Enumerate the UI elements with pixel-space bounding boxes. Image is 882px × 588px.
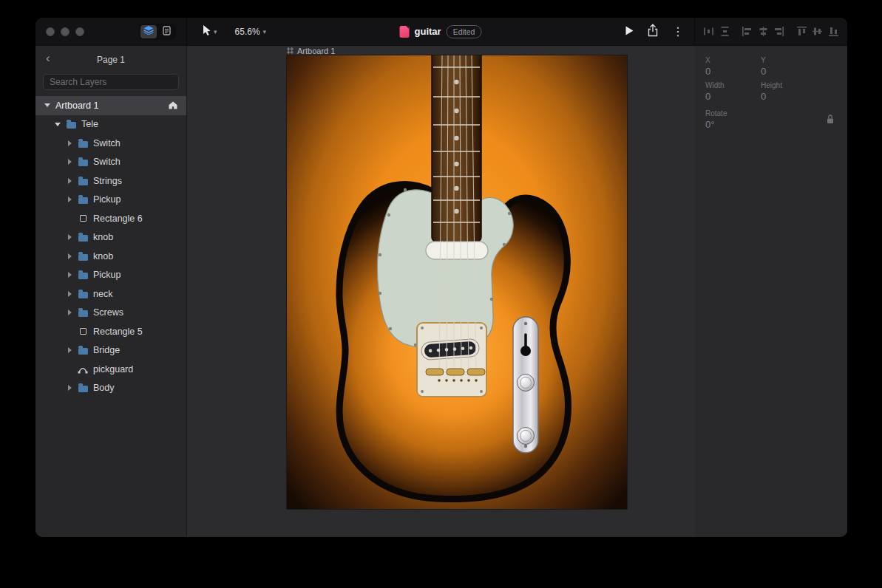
disclosure-open-icon[interactable] (55, 123, 61, 126)
window-zoom-button[interactable] (75, 27, 84, 36)
align-center-horizontal-icon[interactable] (756, 24, 770, 39)
align-right-icon[interactable] (773, 24, 786, 39)
folder-icon (78, 157, 88, 166)
layer-label: Bridge (93, 345, 120, 355)
window-controls (46, 27, 84, 36)
rotate-label: Rotate (705, 109, 837, 117)
desktop-background: ▾ 65.6% ▾ guitar Edited (0, 0, 882, 588)
layer-row[interactable]: pickguard (35, 360, 186, 379)
distribute-vertically-icon[interactable] (719, 24, 732, 39)
layer-row[interactable]: Strings (35, 171, 186, 191)
folder-icon (78, 139, 88, 148)
layer-label: Strings (93, 176, 122, 186)
app-body: ‹ Page 1 Artboard 1 (35, 46, 847, 537)
layer-label: Artboard 1 (55, 100, 98, 111)
height-label: Height (761, 81, 816, 89)
disclosure-closed-icon[interactable] (67, 159, 72, 165)
disclosure-closed-icon[interactable] (67, 347, 72, 353)
page-icon (163, 26, 171, 38)
titlebar-inspector-section (695, 18, 847, 45)
layer-row[interactable]: Screws (35, 304, 186, 323)
layers-panel-toggle[interactable] (140, 25, 157, 38)
cursor-icon (202, 24, 211, 39)
layer-row[interactable]: Body (35, 379, 186, 398)
app-window: ▾ 65.6% ▾ guitar Edited (35, 18, 847, 537)
folder-icon (78, 233, 88, 242)
folder-icon (78, 346, 88, 355)
layers-sidebar: ‹ Page 1 Artboard 1 (35, 46, 187, 537)
disclosure-closed-icon[interactable] (67, 253, 72, 259)
document-title[interactable]: guitar (415, 26, 441, 37)
folder-icon (78, 177, 88, 185)
layers-icon (143, 26, 154, 37)
artboard-label[interactable]: Artboard 1 (287, 47, 335, 55)
titlebar: ▾ 65.6% ▾ guitar Edited (35, 18, 847, 46)
disclosure-closed-icon[interactable] (67, 196, 72, 202)
layer-label: Body (93, 383, 115, 393)
zoom-control[interactable]: 65.6% ▾ (235, 27, 267, 37)
window-close-button[interactable] (46, 27, 55, 36)
layer-label: Screws (93, 307, 123, 318)
layer-row[interactable]: Tele (35, 115, 186, 134)
folder-icon (78, 290, 88, 298)
disclosure-closed-icon[interactable] (67, 310, 72, 315)
align-top-icon[interactable] (795, 24, 808, 39)
layer-label: Tele (81, 119, 98, 129)
layer-label: pickguard (93, 364, 133, 375)
disclosure-closed-icon[interactable] (67, 291, 72, 297)
y-value-field[interactable]: 0 (761, 66, 816, 77)
layer-label: knob (93, 232, 113, 242)
x-label: X (705, 56, 761, 64)
sidebar-panel-toggle (139, 24, 176, 40)
layer-label: Switch (93, 138, 121, 148)
disclosure-closed-icon[interactable] (67, 234, 72, 240)
layer-row[interactable]: neck (35, 284, 186, 304)
share-export-icon[interactable] (647, 24, 659, 40)
folder-icon (78, 252, 88, 261)
align-left-icon[interactable] (741, 24, 754, 39)
distribute-horizontally-icon[interactable] (702, 24, 716, 39)
pages-panel-toggle[interactable] (158, 25, 174, 38)
layer-row[interactable]: Rectangle 6 (35, 209, 186, 228)
preview-play-button[interactable] (625, 25, 634, 38)
layer-row[interactable]: Pickup (35, 266, 186, 285)
artboard-guitar[interactable] (287, 55, 627, 509)
disclosure-closed-icon[interactable] (67, 385, 72, 391)
disclosure-open-icon[interactable] (44, 103, 50, 107)
canvas[interactable]: Artboard 1 (187, 46, 695, 537)
rectangle-shape-icon (78, 328, 88, 335)
layer-label: Rectangle 5 (93, 327, 143, 337)
lock-proportions-icon[interactable] (827, 114, 834, 127)
layer-row[interactable]: Switch (35, 153, 186, 172)
search-layers-input[interactable] (43, 74, 179, 90)
layer-label: knob (93, 251, 113, 261)
align-bottom-icon[interactable] (827, 24, 840, 39)
height-value-field[interactable]: 0 (761, 91, 816, 102)
chevron-down-icon: ▾ (263, 28, 267, 35)
cursor-tool-button[interactable]: ▾ (202, 24, 217, 39)
layer-row[interactable]: Switch (35, 134, 186, 153)
layer-row[interactable]: knob (35, 228, 186, 247)
disclosure-closed-icon[interactable] (67, 140, 72, 146)
x-value-field[interactable]: 0 (705, 66, 761, 77)
width-value-field[interactable]: 0 (705, 91, 761, 102)
disclosure-closed-icon[interactable] (67, 178, 72, 184)
layer-row[interactable]: knob (35, 247, 186, 266)
window-minimize-button[interactable] (61, 27, 69, 36)
width-label: Width (705, 81, 761, 89)
rectangle-shape-icon (78, 215, 88, 222)
layer-list: Artboard 1 Tele Switch (35, 96, 186, 537)
artboard-icon (287, 47, 294, 55)
layer-row-artboard[interactable]: Artboard 1 (35, 96, 186, 115)
page-title[interactable]: Page 1 (97, 55, 125, 65)
layer-label: Rectangle 6 (93, 213, 143, 224)
back-chevron-icon[interactable]: ‹ (46, 52, 50, 64)
layer-row[interactable]: Bridge (35, 341, 186, 360)
disclosure-closed-icon[interactable] (67, 272, 72, 278)
rotate-value-field[interactable]: 0° (705, 119, 837, 130)
layer-row[interactable]: Pickup (35, 191, 186, 210)
layer-row[interactable]: Rectangle 5 (35, 322, 186, 341)
edited-badge: Edited (447, 25, 482, 38)
align-middle-vertical-icon[interactable] (811, 24, 824, 39)
more-options-button[interactable]: ⋮ (672, 26, 684, 38)
